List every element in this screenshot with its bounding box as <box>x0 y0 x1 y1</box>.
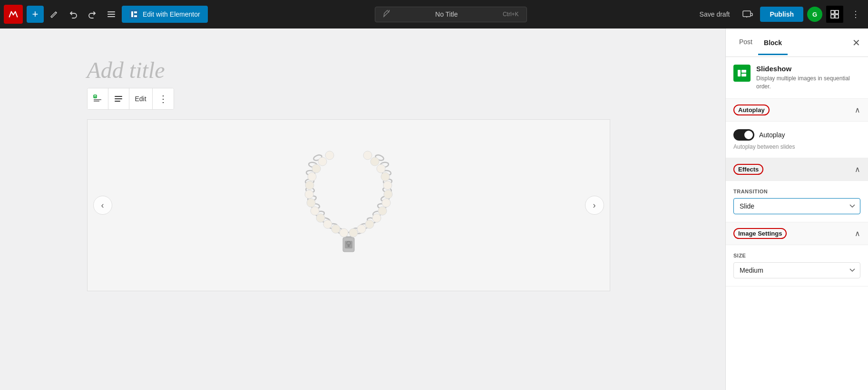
slide-image-area <box>258 120 439 291</box>
svg-rect-9 <box>831 10 834 14</box>
block-name-label: Slideshow <box>756 65 860 73</box>
user-avatar[interactable]: G <box>807 7 822 22</box>
effects-chevron-icon: ∧ <box>855 165 860 174</box>
svg-point-54 <box>340 228 348 237</box>
logo-button[interactable] <box>4 5 23 24</box>
block-description: Display multiple images in sequential or… <box>756 75 860 91</box>
settings-panel-button[interactable] <box>826 6 843 23</box>
svg-rect-2 <box>107 14 115 15</box>
svg-point-56 <box>371 157 379 166</box>
autoplay-circled-label: Autoplay <box>733 105 770 115</box>
svg-point-47 <box>305 181 314 190</box>
shortcut-label: Ctrl+K <box>503 11 519 18</box>
block-toolbar: Edit ⋮ <box>87 88 174 110</box>
image-settings-section: Image Settings ∧ SIZE Thumbnail Medium M… <box>726 222 868 286</box>
effects-circled-label: Effects <box>733 164 763 175</box>
autoplay-toggle-row: Autoplay <box>733 129 860 141</box>
block-info-text: Slideshow Display multiple images in seq… <box>756 65 860 91</box>
autoplay-toggle-desc: Autoplay between slides <box>733 143 860 150</box>
menu-button[interactable] <box>103 6 120 23</box>
svg-point-64 <box>365 220 374 228</box>
svg-rect-7 <box>743 11 751 17</box>
elementor-button-label: Edit with Elementor <box>143 10 200 18</box>
save-draft-button[interactable]: Save draft <box>694 8 736 21</box>
block-info: Slideshow Display multiple images in seq… <box>726 57 868 99</box>
svg-rect-6 <box>134 15 137 17</box>
autoplay-toggle[interactable] <box>733 129 754 141</box>
redo-button[interactable] <box>84 6 101 23</box>
svg-point-57 <box>377 164 385 173</box>
svg-point-52 <box>323 220 332 228</box>
svg-rect-72 <box>741 70 746 73</box>
pen-tool-button[interactable] <box>46 6 63 23</box>
svg-point-48 <box>305 190 313 199</box>
svg-point-46 <box>308 172 316 181</box>
image-settings-circled-label: Image Settings <box>733 228 787 239</box>
svg-rect-1 <box>107 11 115 12</box>
text-align-button[interactable] <box>108 88 129 109</box>
svg-point-53 <box>332 225 340 233</box>
block-type-icon <box>733 65 751 82</box>
svg-rect-5 <box>134 11 137 13</box>
device-preview-button[interactable] <box>739 6 756 23</box>
autoplay-content: Autoplay Autoplay between slides <box>726 122 868 158</box>
more-options-button[interactable]: ⋮ <box>847 6 864 23</box>
svg-rect-11 <box>831 15 834 18</box>
image-settings-label: Image Settings <box>733 229 787 238</box>
svg-point-50 <box>311 207 319 215</box>
right-panel: Post Block ✕ Slideshow Display multiple … <box>725 29 868 390</box>
undo-button[interactable] <box>65 6 82 23</box>
main-content: Add title Edit ⋮ ‹ <box>0 29 868 390</box>
block-type-icon-button[interactable] <box>88 88 108 109</box>
page-title: No Title <box>435 10 458 18</box>
svg-rect-3 <box>107 16 115 17</box>
svg-point-65 <box>357 225 366 233</box>
svg-point-66 <box>349 228 358 237</box>
more-block-options-button[interactable]: ⋮ <box>153 88 174 109</box>
publish-button[interactable]: Publish <box>760 7 803 22</box>
svg-point-45 <box>312 164 321 173</box>
tab-post[interactable]: Post <box>733 29 758 56</box>
svg-point-62 <box>378 207 387 215</box>
feather-icon <box>383 10 390 19</box>
svg-point-63 <box>372 214 381 222</box>
toggle-knob <box>744 131 753 139</box>
panel-close-button[interactable]: ✕ <box>852 37 860 48</box>
edit-with-elementor-button[interactable]: Edit with Elementor <box>122 6 208 23</box>
autoplay-section: Autoplay ∧ Autoplay Autoplay between sli… <box>726 99 868 158</box>
svg-point-43 <box>325 151 334 160</box>
svg-rect-12 <box>835 15 839 18</box>
effects-section-label: Effects <box>733 165 763 173</box>
svg-point-55 <box>363 151 372 160</box>
transition-label: TRANSITION <box>733 189 860 194</box>
tab-block[interactable]: Block <box>758 30 788 55</box>
add-block-button[interactable]: + <box>27 6 44 23</box>
autoplay-chevron-icon: ∧ <box>855 105 860 114</box>
size-select[interactable]: Thumbnail Medium Medium Large Large Full… <box>733 262 860 278</box>
autoplay-toggle-label: Autoplay <box>759 131 785 139</box>
transition-select[interactable]: Slide Fade None <box>733 198 860 214</box>
autoplay-section-header[interactable]: Autoplay ∧ <box>726 99 868 122</box>
title-input-box[interactable]: No Title Ctrl+K <box>375 7 527 22</box>
svg-point-58 <box>381 172 390 181</box>
svg-rect-14 <box>94 99 101 100</box>
edit-block-label[interactable]: Edit <box>129 88 153 109</box>
toolbar-right: Save draft Publish G ⋮ <box>694 6 864 23</box>
image-settings-chevron-icon: ∧ <box>855 229 860 238</box>
image-settings-section-header[interactable]: Image Settings ∧ <box>726 222 868 245</box>
svg-rect-17 <box>115 98 122 99</box>
svg-rect-18 <box>115 101 120 102</box>
panel-header: Post Block ✕ <box>726 29 868 57</box>
slide-next-button[interactable]: › <box>585 196 604 215</box>
necklace-image <box>268 129 429 281</box>
svg-point-44 <box>318 157 327 166</box>
image-settings-content: SIZE Thumbnail Medium Medium Large Large… <box>726 245 868 286</box>
svg-point-8 <box>746 17 747 18</box>
add-title-placeholder[interactable]: Add title <box>87 48 639 88</box>
svg-rect-10 <box>835 10 839 14</box>
size-label: SIZE <box>733 253 860 258</box>
effects-section-header[interactable]: Effects ∧ <box>726 158 868 181</box>
slide-prev-button[interactable]: ‹ <box>93 196 112 215</box>
elementor-icon <box>129 10 139 19</box>
canvas-area: Add title Edit ⋮ ‹ <box>0 29 725 390</box>
